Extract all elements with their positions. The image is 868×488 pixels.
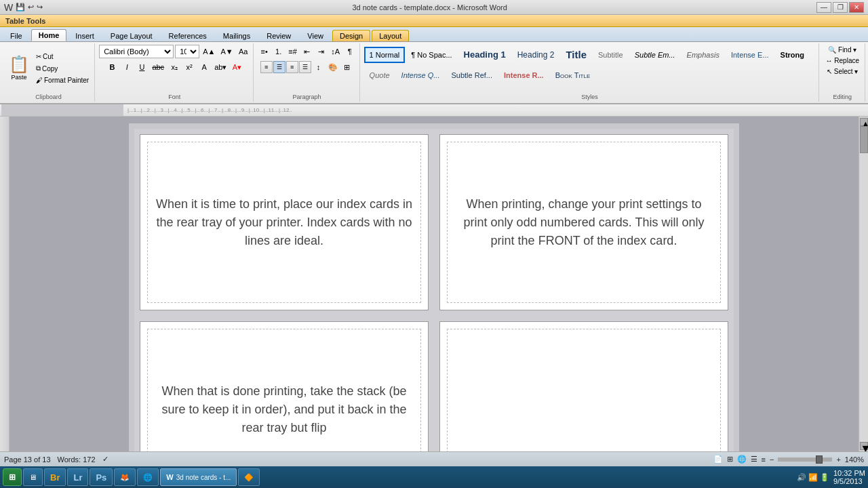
view-web-icon[interactable]: 🌐 (737, 455, 747, 464)
multilevel-button[interactable]: ≡# (286, 45, 300, 58)
tab-view[interactable]: View (300, 30, 331, 41)
view-draft-icon[interactable]: ≡ (762, 455, 766, 464)
zoom-level[interactable]: 140% (845, 455, 864, 464)
style-subtle-em[interactable]: Subtle Em... (629, 47, 681, 63)
taskbar-lightroom[interactable]: Lr (67, 468, 88, 486)
select-button[interactable]: ↖ Select ▾ (824, 66, 861, 77)
shrink-font-button[interactable]: A▼ (218, 45, 235, 58)
align-left-button[interactable]: ≡ (260, 61, 273, 73)
bullets-button[interactable]: ≡• (258, 45, 271, 58)
view-fullscreen-icon[interactable]: ⊞ (727, 455, 733, 464)
style-subtitle[interactable]: Subtitle (593, 47, 629, 63)
style-title[interactable]: Title (560, 47, 592, 63)
numbering-button[interactable]: 1. (272, 45, 285, 58)
font-name-select[interactable]: Calibri (Body) (99, 45, 174, 58)
tab-design[interactable]: Design (332, 30, 370, 41)
taskbar-word[interactable]: W 3d note cards - t... (160, 468, 237, 486)
style-emphasis[interactable]: Emphasis (682, 47, 725, 63)
style-heading2[interactable]: Heading 2 (512, 47, 560, 63)
tab-review[interactable]: Review (259, 30, 298, 41)
card-3[interactable]: When that is done printing, take the sta… (140, 321, 429, 451)
close-button[interactable]: ✕ (849, 2, 864, 13)
italic-button[interactable]: I (120, 60, 134, 74)
zoom-out-button[interactable]: − (770, 455, 774, 464)
document-pages[interactable]: When it is time to print, place our inde… (9, 117, 859, 451)
align-center-button[interactable]: ☰ (273, 61, 285, 73)
tab-mailings[interactable]: Mailings (216, 30, 258, 41)
zoom-slider-thumb[interactable] (816, 455, 823, 464)
style-quote[interactable]: Quote (364, 67, 395, 83)
zoom-in-button[interactable]: + (836, 455, 840, 464)
shading-button[interactable]: 🎨 (326, 60, 340, 74)
card-4[interactable] (439, 321, 728, 451)
clear-format-button[interactable]: Aa (237, 45, 250, 58)
title-bar: W 💾 ↩ ↪ 3d note cards - template.docx - … (0, 0, 868, 15)
justify-button[interactable]: ☰ (299, 61, 311, 73)
copy-button[interactable]: ⧉ Copy (33, 63, 92, 74)
replace-button[interactable]: ↔ Replace (823, 56, 862, 66)
style-normal[interactable]: 1 Normal (364, 47, 406, 63)
vertical-scrollbar[interactable]: ▲ ▼ (859, 117, 868, 451)
taskbar-adobe-bridge[interactable]: Br (44, 468, 66, 486)
align-right-button[interactable]: ≡ (286, 61, 298, 73)
decrease-indent-button[interactable]: ⇤ (300, 45, 314, 58)
style-book-title[interactable]: Book Title (550, 67, 596, 83)
tab-references[interactable]: References (161, 30, 214, 41)
borders-button[interactable]: ⊞ (340, 60, 354, 74)
taskbar-chrome[interactable]: 🌐 (137, 468, 159, 486)
highlight-button[interactable]: ab▾ (212, 60, 229, 74)
taskbar-vlc[interactable]: 🔶 (238, 468, 260, 486)
find-button[interactable]: 🔍 Find ▾ (825, 45, 859, 55)
zoom-slider[interactable] (778, 458, 832, 462)
start-button[interactable]: ⊞ (3, 468, 22, 486)
paste-button[interactable]: 📋 Paste (5, 48, 33, 89)
cut-button[interactable]: ✂ Cut (33, 52, 92, 62)
underline-button[interactable]: U (135, 60, 149, 74)
sort-button[interactable]: ↕A (329, 45, 342, 58)
tab-insert[interactable]: Insert (68, 30, 102, 41)
scroll-up-button[interactable]: ▲ (860, 118, 868, 126)
text-effects-button[interactable]: A (197, 60, 211, 74)
tab-layout[interactable]: Layout (372, 30, 409, 41)
paste-icon: 📋 (9, 56, 29, 73)
card-1[interactable]: When it is time to print, place our inde… (140, 134, 429, 310)
quick-access-redo[interactable]: ↪ (37, 3, 43, 12)
view-outline-icon[interactable]: ☰ (751, 455, 757, 464)
view-print-icon[interactable]: 📄 (713, 455, 723, 464)
subscript-button[interactable]: x₂ (167, 60, 181, 74)
minimize-button[interactable]: — (816, 2, 831, 13)
style-heading1[interactable]: Heading 1 (458, 47, 511, 63)
line-spacing-button[interactable]: ↕ (312, 60, 326, 74)
spell-check-icon[interactable]: ✓ (102, 455, 108, 464)
tab-page-layout[interactable]: Page Layout (103, 30, 160, 41)
style-intense-q[interactable]: Intense Q... (396, 67, 446, 83)
scroll-thumb[interactable] (860, 126, 868, 153)
show-marks-button[interactable]: ¶ (343, 45, 357, 58)
style-no-space[interactable]: ¶ No Spac... (406, 47, 457, 63)
superscript-button[interactable]: x² (182, 60, 196, 74)
document-page: When it is time to print, place our inde… (129, 123, 739, 451)
restore-button[interactable]: ❐ (833, 2, 848, 13)
scroll-down-button[interactable]: ▼ (860, 442, 868, 450)
quick-access-undo[interactable]: ↩ (28, 3, 34, 12)
style-intense-e[interactable]: Intense E... (726, 47, 774, 63)
scroll-track[interactable] (860, 126, 868, 442)
font-color-button[interactable]: A▾ (230, 60, 243, 74)
quick-access-save[interactable]: 💾 (16, 3, 25, 12)
taskbar-photoshop[interactable]: Ps (90, 468, 113, 486)
tab-file[interactable]: File (3, 30, 30, 41)
bold-button[interactable]: B (105, 60, 119, 74)
style-subtle-ref[interactable]: Subtle Ref... (446, 67, 498, 83)
style-intense-r[interactable]: Intense R... (498, 67, 549, 83)
increase-indent-button[interactable]: ⇥ (315, 45, 328, 58)
card-2[interactable]: When printing, change your print setting… (439, 134, 728, 310)
style-strong[interactable]: Strong (775, 47, 810, 63)
grow-font-button[interactable]: A▲ (201, 45, 217, 58)
strikethrough-button[interactable]: abc (150, 60, 166, 74)
taskbar-firefox[interactable]: 🦊 (114, 468, 136, 486)
tab-home[interactable]: Home (31, 29, 67, 41)
taskbar-explorer[interactable]: 🖥 (23, 468, 43, 486)
format-painter-button[interactable]: 🖌 Format Painter (33, 75, 92, 85)
font-size-select[interactable]: 10 (175, 45, 199, 58)
firefox-icon: 🦊 (120, 473, 130, 482)
